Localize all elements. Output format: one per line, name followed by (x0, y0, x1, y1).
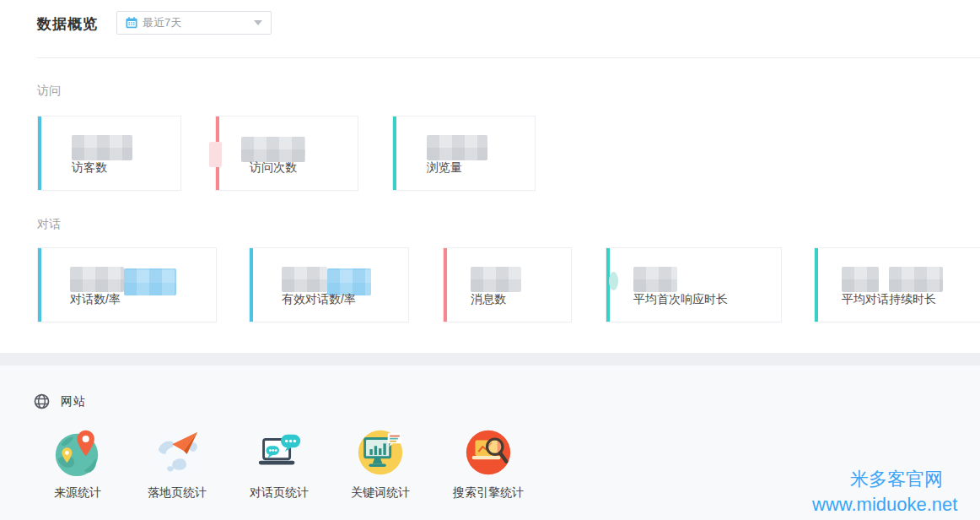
globe-icon (34, 393, 50, 409)
card-accent-bar (38, 248, 41, 322)
analytics-overview-page: 数据概览 最近7天 访问 访客数 访问次数 浏览量 对话 对话数/率 (0, 0, 980, 520)
stat-card-avg-first-response: 平均首次响应时长 (606, 247, 782, 322)
shortcut-label: 落地页统计 (125, 485, 229, 501)
card-accent-bar (393, 116, 396, 190)
stat-card-label: 访问次数 (250, 160, 297, 176)
website-header: 网站 (34, 393, 86, 409)
shortcut-chat-page-stats[interactable]: 对话页统计 (227, 426, 331, 501)
shortcut-label: 对话页统计 (227, 485, 331, 501)
header-divider (37, 57, 980, 58)
stat-card-label: 浏览量 (427, 160, 462, 176)
stat-card-label: 访客数 (72, 160, 107, 176)
stat-card-pageviews: 浏览量 (392, 116, 536, 191)
stat-card-label: 消息数 (471, 292, 506, 307)
stat-card-chat-count-rate: 对话数/率 (37, 247, 217, 322)
blurred-value (842, 267, 879, 292)
calendar-icon (126, 17, 137, 29)
card-accent-bar (815, 248, 818, 322)
stat-card-avg-chat-duration: 平均对话持续时长 (814, 247, 980, 322)
shortcut-landing-page-stats[interactable]: 落地页统计 (125, 426, 229, 501)
section-label-visit: 访问 (37, 84, 61, 99)
stat-card-messages: 消息数 (443, 247, 572, 322)
blurred-value (471, 267, 521, 292)
card-accent-bar (444, 248, 447, 322)
stat-card-label: 平均对话持续时长 (842, 292, 936, 307)
blurred-value (241, 137, 305, 162)
shortcut-label: 来源统计 (25, 485, 130, 501)
shortcut-label: 搜索引擎统计 (436, 485, 541, 501)
stat-card-label: 对话数/率 (70, 292, 121, 307)
blurred-value (72, 135, 132, 160)
date-range-value: 最近7天 (143, 15, 254, 30)
card-accent-bar (250, 248, 253, 322)
chevron-down-icon (254, 20, 262, 25)
watermark-site-name: 米多客官网 (812, 467, 957, 492)
stat-card-label: 平均首次响应时长 (633, 292, 728, 307)
source-pin-globe-icon (51, 426, 104, 479)
monitor-chart-icon (354, 426, 407, 479)
paper-plane-map-icon (151, 426, 203, 479)
page-title: 数据概览 (37, 14, 98, 34)
watermark-url: www.miduoke.net (812, 492, 957, 517)
stat-card-visitors: 访客数 (37, 116, 181, 191)
section-label-chat: 对话 (37, 217, 61, 232)
blurred-blob (209, 142, 222, 167)
stat-card-visits: 访问次数 (215, 116, 358, 191)
website-label: 网站 (61, 394, 86, 409)
shortcut-source-stats[interactable]: 来源统计 (25, 426, 130, 501)
blurred-value (889, 267, 943, 292)
blurred-value (633, 267, 677, 292)
blurred-value (282, 267, 327, 292)
blurred-value (70, 267, 124, 292)
shortcut-label: 关键词统计 (328, 485, 433, 501)
blurred-blob (609, 272, 618, 290)
magnifier-laptop-icon (462, 426, 514, 479)
watermark: 米多客官网 www.miduoke.net (812, 467, 957, 517)
stat-card-label: 有效对话数/率 (282, 292, 356, 307)
date-range-dropdown[interactable]: 最近7天 (116, 11, 272, 35)
shortcut-keyword-stats[interactable]: 关键词统计 (328, 426, 433, 501)
blurred-value (427, 135, 487, 160)
stat-card-valid-chat-count-rate: 有效对话数/率 (249, 247, 409, 322)
laptop-chat-icon (253, 426, 305, 479)
shortcut-search-engine-stats[interactable]: 搜索引擎统计 (436, 426, 541, 501)
card-accent-bar (38, 116, 41, 190)
section-separator (0, 353, 980, 366)
blurred-value-rate (124, 268, 176, 295)
